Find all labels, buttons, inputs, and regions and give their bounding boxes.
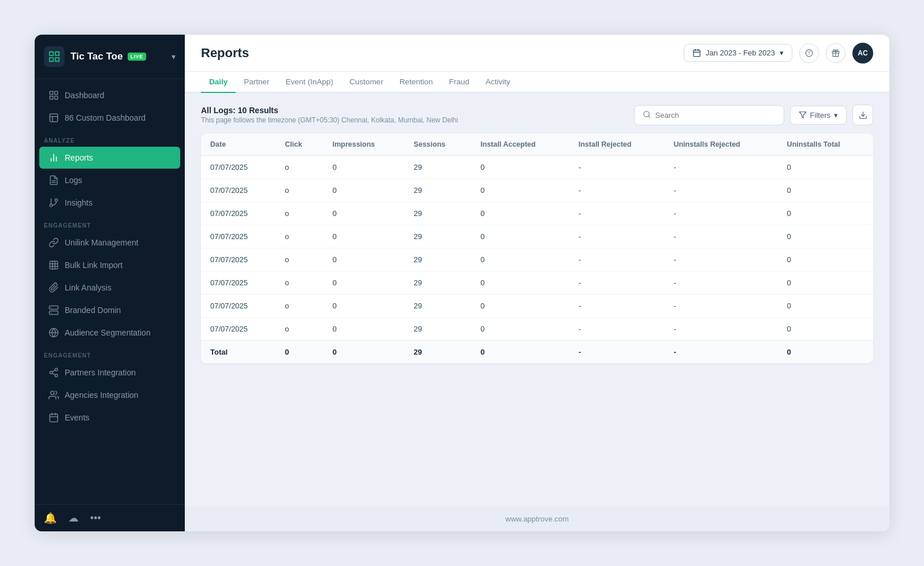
sidebar-item-label: Agencies Integration (65, 390, 139, 400)
svg-point-35 (51, 391, 54, 394)
date-range-label: Jan 2023 - Feb 2023 (706, 49, 775, 57)
topbar: Reports Jan 2023 - Feb 2023 ▾ AC (185, 35, 889, 72)
svg-rect-36 (50, 414, 58, 422)
col-install-accepted: Install Accepted (471, 133, 569, 156)
cell-date: 07/07/2025 (201, 248, 275, 271)
reports-table: Date Click Impressions Sessions Install … (201, 133, 873, 363)
cell-total-install-accepted: 0 (471, 341, 569, 364)
bar-chart-icon (49, 152, 59, 163)
cell-impressions: 0 (323, 318, 405, 341)
sidebar-item-insights[interactable]: Insights (39, 192, 180, 214)
cell-install-rejected: - (569, 179, 665, 202)
sidebar-item-label: Dashboard (65, 91, 105, 100)
tab-daily[interactable]: Daily (201, 72, 236, 93)
cell-date: 07/07/2025 (201, 295, 275, 318)
col-date: Date (201, 133, 275, 156)
svg-rect-3 (55, 58, 59, 61)
app-logo (44, 46, 65, 67)
sidebar-section-engagement: ENGAGEMENT (35, 214, 185, 231)
cell-sessions: 29 (404, 156, 471, 179)
cell-date: 07/07/2025 (201, 179, 275, 202)
search-input[interactable] (655, 111, 776, 120)
app-dropdown-icon[interactable]: ▾ (172, 52, 176, 61)
live-badge: LIVE (128, 53, 146, 61)
cell-install-accepted: 0 (471, 156, 569, 179)
svg-rect-19 (50, 261, 58, 269)
cell-sessions: 29 (404, 248, 471, 271)
cell-uninstalls-rejected: - (664, 295, 777, 318)
more-icon[interactable]: ••• (90, 512, 101, 524)
tab-fraud[interactable]: Fraud (441, 72, 477, 93)
download-button[interactable] (852, 105, 873, 125)
sidebar-item-unilink[interactable]: Unilink Management (39, 232, 180, 254)
sidebar-item-agencies[interactable]: Agencies Integration (39, 384, 180, 406)
user-avatar-button[interactable]: AC (852, 43, 873, 64)
table-row: 07/07/2025 o 0 29 0 - - 0 (201, 248, 873, 271)
sidebar-section-analyze: ANALYZE (35, 129, 185, 146)
cell-uninstalls-rejected: - (664, 271, 777, 295)
sidebar-item-audience[interactable]: Audience Segmentation (39, 322, 180, 344)
cell-uninstalls-total: 0 (778, 318, 873, 341)
col-impressions: Impressions (323, 133, 405, 156)
results-header: All Logs: 10 Results This page follows t… (201, 105, 873, 125)
info-button[interactable] (799, 43, 819, 63)
sidebar-item-label: Link Analysis (65, 283, 111, 292)
col-sessions: Sessions (404, 133, 471, 156)
cell-uninstalls-rejected: - (664, 202, 777, 225)
col-uninstalls-total: Uninstalls Total (778, 133, 873, 156)
bell-icon[interactable]: 🔔 (44, 512, 57, 524)
tab-activity[interactable]: Activity (478, 72, 519, 93)
gift-button[interactable] (826, 43, 845, 63)
cloud-icon[interactable]: ☁ (68, 512, 79, 524)
cell-install-rejected: - (569, 318, 665, 341)
tab-customer[interactable]: Customer (341, 72, 392, 93)
cell-uninstalls-total: 0 (778, 202, 873, 225)
sidebar-item-link-analysis[interactable]: Link Analysis (39, 277, 180, 299)
cell-sessions: 29 (404, 295, 471, 318)
cell-uninstalls-total: 0 (778, 179, 873, 202)
sidebar-item-label: Insights (65, 198, 92, 207)
filters-button[interactable]: Filters ▾ (790, 106, 847, 125)
cell-date: 07/07/2025 (201, 156, 275, 179)
calendar-icon (49, 412, 59, 423)
sidebar-item-branded-domain[interactable]: Branded Domin (39, 299, 180, 321)
link-icon (49, 237, 59, 248)
sidebar-item-bulk-link[interactable]: Bulk Link Import (39, 254, 180, 276)
main-content: Reports Jan 2023 - Feb 2023 ▾ AC (185, 35, 889, 531)
sidebar-item-partners[interactable]: Partners Integration (39, 362, 180, 383)
grid-icon (49, 90, 59, 100)
cell-install-accepted: 0 (471, 271, 569, 295)
table-body: 07/07/2025 o 0 29 0 - - 0 07/07/2025 o 0… (201, 156, 873, 364)
svg-rect-5 (55, 91, 58, 94)
filter-icon (799, 111, 807, 119)
sidebar: Tic Tac Toe LIVE ▾ Dashboard 86 Custom D… (35, 35, 185, 531)
cell-uninstalls-total: 0 (778, 271, 873, 295)
cell-click: o (275, 271, 323, 295)
sidebar-item-events[interactable]: Events (39, 407, 180, 429)
sidebar-item-reports[interactable]: Reports (39, 147, 180, 169)
cell-click: o (275, 225, 323, 248)
tab-partner[interactable]: Partner (236, 72, 277, 93)
cell-total-uninstalls-total: 0 (778, 341, 873, 364)
sidebar-item-custom-dashboard[interactable]: 86 Custom Dashboard (39, 107, 180, 129)
table-row: 07/07/2025 o 0 29 0 - - 0 (201, 202, 873, 225)
sidebar-item-label: Audience Segmentation (65, 328, 151, 337)
globe-icon (49, 327, 59, 338)
date-chevron-icon: ▾ (780, 49, 784, 57)
search-box[interactable] (634, 105, 784, 125)
tab-event-inapp[interactable]: Event (InApp) (278, 72, 342, 93)
server-icon (49, 305, 59, 315)
cell-install-accepted: 0 (471, 225, 569, 248)
cell-impressions: 0 (323, 156, 405, 179)
table-row: 07/07/2025 o 0 29 0 - - 0 (201, 225, 873, 248)
cell-uninstalls-total: 0 (778, 156, 873, 179)
sidebar-item-dashboard[interactable]: Dashboard (39, 84, 180, 106)
sidebar-item-logs[interactable]: Logs (39, 169, 180, 191)
cell-total-click: 0 (275, 341, 323, 364)
cell-date: 07/07/2025 (201, 271, 275, 295)
svg-rect-0 (50, 52, 53, 55)
cell-click: o (275, 295, 323, 318)
svg-line-33 (52, 373, 55, 375)
tab-retention[interactable]: Retention (392, 72, 441, 93)
date-range-button[interactable]: Jan 2023 - Feb 2023 ▾ (684, 44, 792, 62)
